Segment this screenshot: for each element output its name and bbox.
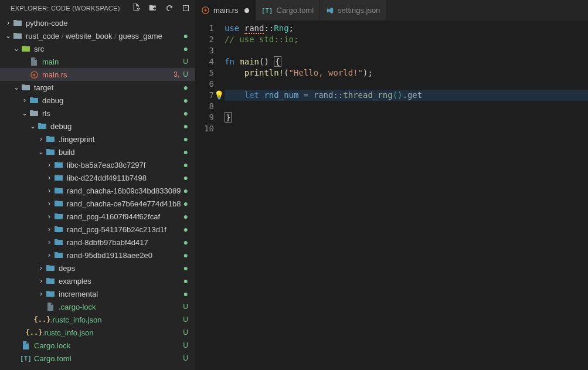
vs-icon xyxy=(326,6,334,15)
git-modified-dot: ● xyxy=(183,109,188,117)
chevron-right-icon[interactable]: › xyxy=(45,212,54,221)
tree-item[interactable]: ›.fingerprint● xyxy=(0,133,195,145)
tree-item[interactable]: ›rand_pcg-41607f944f62fcaf● xyxy=(0,210,195,223)
line-number: 2 xyxy=(195,34,214,45)
lightbulb-icon[interactable]: 💡 xyxy=(214,90,224,101)
tree-item-label: Cargo.toml xyxy=(34,354,181,363)
tree-item[interactable]: ›libc-d224ddf4911b7498● xyxy=(0,171,195,184)
chevron-right-icon[interactable]: › xyxy=(36,263,46,273)
git-modified-dot: ● xyxy=(183,135,188,143)
tree-item[interactable]: .cargo-lockU xyxy=(0,300,195,313)
git-modified-dot: ● xyxy=(183,225,188,233)
tree-item-label: debug xyxy=(50,122,181,131)
tree-item-label: rand-95dbd19118aee2e0 xyxy=(67,251,181,260)
tree-item-label: debug xyxy=(42,96,181,105)
new-folder-icon[interactable] xyxy=(148,4,158,13)
collapse-all-icon[interactable] xyxy=(181,4,191,13)
git-status-untracked: U xyxy=(183,70,188,79)
chevron-down-icon[interactable]: ⌄ xyxy=(4,31,13,40)
chevron-down-icon[interactable]: ⌄ xyxy=(28,121,38,131)
chevron-right-icon[interactable]: › xyxy=(4,18,13,28)
json-icon: {..} xyxy=(38,315,47,324)
tree-item[interactable]: ›incremental● xyxy=(0,287,195,300)
git-modified-dot: ● xyxy=(183,161,188,169)
rust-icon xyxy=(29,70,39,79)
line-number: 5 xyxy=(195,67,214,79)
refresh-icon[interactable] xyxy=(165,4,174,13)
editor-tab[interactable]: [T]Cargo.toml xyxy=(256,0,320,21)
git-modified-dot: ● xyxy=(183,238,188,246)
chevron-down-icon[interactable]: ⌄ xyxy=(36,147,46,157)
line-number: 7 xyxy=(195,90,214,101)
line-number: 4 xyxy=(195,56,214,67)
chevron-right-icon[interactable]: › xyxy=(45,173,54,182)
tree-item[interactable]: ›debug● xyxy=(0,94,195,107)
git-modified-dot: ● xyxy=(183,122,188,130)
chevron-right-icon[interactable]: › xyxy=(45,186,54,195)
code-lines[interactable]: 💡 use rand::Rng; // use std::io; fn main… xyxy=(225,23,588,370)
tree-item[interactable]: ›rand-95dbd19118aee2e0● xyxy=(0,249,195,262)
rust-icon xyxy=(201,6,210,15)
tree-item[interactable]: ⌄rust_code / website_book / guess_game● xyxy=(0,29,195,42)
tree-item[interactable]: ›rand_chacha-ce7b6e4e774d41b8● xyxy=(0,197,195,210)
chevron-right-icon[interactable]: › xyxy=(36,276,46,286)
tree-item[interactable]: mainU xyxy=(0,55,195,68)
tree-item[interactable]: ⌄src● xyxy=(0,42,195,55)
git-modified-dot: ● xyxy=(183,277,188,285)
explorer-title: EXPLORER: CODE (WORKSPACE) xyxy=(11,5,132,12)
tree-item[interactable]: ›rand_pcg-541176b24c213d1f● xyxy=(0,223,195,236)
chevron-right-icon[interactable]: › xyxy=(45,237,54,247)
git-modified-dot: ● xyxy=(183,45,188,53)
tree-item[interactable]: ›python-code xyxy=(0,16,195,29)
git-modified-dot: ● xyxy=(183,290,188,298)
line-number: 1 xyxy=(195,23,214,34)
editor-tab[interactable]: main.rs xyxy=(195,0,256,21)
tree-item[interactable]: ⌄rls● xyxy=(0,107,195,120)
chevron-right-icon[interactable]: › xyxy=(45,160,54,169)
file-icon xyxy=(29,57,39,66)
tree-item-label: src xyxy=(34,45,181,53)
line-number: 8 xyxy=(195,101,214,112)
folder-icon xyxy=(38,121,47,131)
chevron-right-icon[interactable]: › xyxy=(36,289,46,298)
folder-icon xyxy=(46,147,55,157)
chevron-down-icon[interactable]: ⌄ xyxy=(12,83,21,92)
code-editor[interactable]: 12345678910 💡 use rand::Rng; // use std:… xyxy=(195,21,588,370)
tree-item-label: rand_chacha-16b09c34bd833089 xyxy=(67,186,181,195)
git-status-untracked: U xyxy=(183,354,188,362)
folder-icon xyxy=(46,134,55,144)
new-file-icon[interactable] xyxy=(132,4,141,13)
toml-icon: [T] xyxy=(261,6,273,15)
folder-icon xyxy=(54,199,63,208)
git-modified-dot: ● xyxy=(183,212,188,220)
tree-item[interactable]: ›rand-8dbfb97babf4d417● xyxy=(0,236,195,249)
chevron-down-icon[interactable]: ⌄ xyxy=(12,44,21,53)
chevron-right-icon[interactable]: › xyxy=(45,225,54,234)
tree-item[interactable]: ⌄debug● xyxy=(0,120,195,133)
chevron-down-icon[interactable]: ⌄ xyxy=(20,108,29,118)
chevron-right-icon[interactable]: › xyxy=(20,96,29,105)
tree-item[interactable]: ⌄target● xyxy=(0,81,195,94)
tree-item[interactable]: main.rs3,U xyxy=(0,68,195,81)
folder-icon xyxy=(13,18,22,28)
tree-item-label: .fingerprint xyxy=(59,135,181,144)
chevron-right-icon[interactable]: › xyxy=(45,250,54,260)
folder-icon xyxy=(54,160,63,169)
tree-item[interactable]: ⌄build● xyxy=(0,145,195,158)
chevron-right-icon[interactable]: › xyxy=(45,199,54,208)
git-modified-dot: ● xyxy=(183,186,188,195)
tree-item[interactable]: ›rand_chacha-16b09c34bd833089● xyxy=(0,184,195,197)
tree-item[interactable]: ›libc-ba5a7eac38c7297f● xyxy=(0,158,195,171)
tree-item[interactable]: {..}.rustc_info.jsonU xyxy=(0,313,195,326)
tree-item-label: rls xyxy=(42,109,181,118)
tree-item[interactable]: Cargo.lockU xyxy=(0,339,195,352)
folder-icon xyxy=(13,31,22,40)
line-number: 3 xyxy=(195,45,214,56)
tree-item[interactable]: ›deps● xyxy=(0,262,195,274)
tree-item[interactable]: ›examples● xyxy=(0,274,195,287)
tree-item[interactable]: {..}.rustc_info.jsonU xyxy=(0,326,195,339)
chevron-right-icon[interactable]: › xyxy=(36,134,46,144)
tree-item[interactable]: [T]Cargo.tomlU xyxy=(0,352,195,365)
error-count: 3, xyxy=(174,70,179,79)
editor-tab[interactable]: settings.json xyxy=(320,0,386,21)
